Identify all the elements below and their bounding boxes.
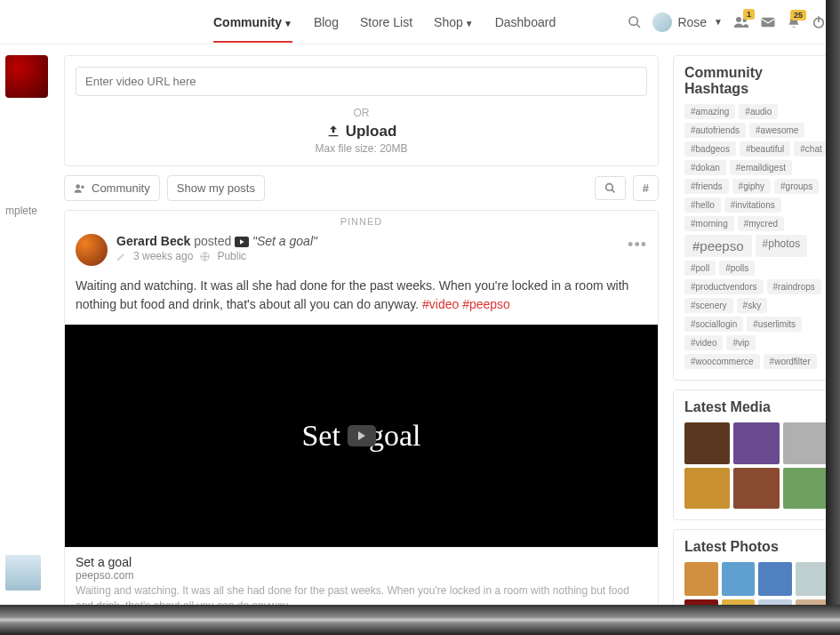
- hashtag-tag[interactable]: #wordfilter: [764, 354, 817, 369]
- media-thumb[interactable]: [684, 422, 730, 464]
- media-thumb[interactable]: [783, 422, 828, 464]
- hashtag-tag[interactable]: #emaildigest: [730, 160, 792, 175]
- photo-thumb[interactable]: [722, 562, 756, 596]
- hashtag-tag[interactable]: #autofriends: [684, 123, 746, 138]
- widget-title: Latest Photos: [674, 530, 839, 562]
- widget-title: Community Hashtags: [674, 56, 839, 104]
- hashtag-tag[interactable]: #raindrops: [767, 279, 821, 294]
- hashtag-tag[interactable]: #photos: [756, 235, 808, 257]
- mail-icon[interactable]: [760, 14, 776, 30]
- power-icon[interactable]: [812, 15, 826, 29]
- nav-label: Shop: [434, 15, 463, 29]
- hashtag-tag[interactable]: #woocommerce: [684, 354, 760, 369]
- media-thumb[interactable]: [783, 468, 828, 510]
- post-body: Waiting and watching. It was all she had…: [65, 273, 658, 321]
- post-menu-dots[interactable]: •••: [628, 236, 647, 254]
- svg-point-8: [81, 185, 84, 189]
- photo-thumb[interactable]: [758, 562, 792, 596]
- hashtag-tag[interactable]: #poll: [684, 261, 716, 276]
- friends-icon[interactable]: 1: [733, 14, 749, 30]
- hashtag-tag[interactable]: #chat: [794, 141, 828, 157]
- video-url-input[interactable]: [76, 67, 647, 96]
- hashtag-tag[interactable]: #audio: [739, 104, 778, 119]
- hashtag-tag[interactable]: #productvendors: [684, 279, 764, 294]
- left-photo-thumb[interactable]: [5, 555, 41, 591]
- hashtag-tag[interactable]: #morning: [684, 216, 734, 231]
- user-name: Rose: [677, 15, 707, 29]
- device-frame: [826, 0, 840, 635]
- filter-hashtag-button[interactable]: #: [633, 175, 659, 201]
- photo-thumb[interactable]: [796, 562, 829, 596]
- filter-search-button[interactable]: [595, 176, 626, 200]
- filter-row: Community Show my posts #: [64, 175, 659, 201]
- media-thumb[interactable]: [733, 422, 779, 464]
- hashtag-tag[interactable]: #invitations: [724, 197, 781, 213]
- media-thumb[interactable]: [684, 468, 730, 510]
- post-author-avatar[interactable]: [76, 234, 108, 266]
- left-sidebar: mplete: [0, 44, 53, 635]
- or-separator: OR: [76, 107, 647, 119]
- avatar: [652, 12, 672, 32]
- hashtag-tag[interactable]: #userlimits: [747, 317, 802, 332]
- post-privacy[interactable]: Public: [217, 250, 246, 262]
- post-meta: 3 weeks ago Public: [116, 250, 317, 262]
- right-sidebar: Community Hashtags #amazing#audio#autofr…: [669, 44, 840, 635]
- globe-icon: [200, 252, 210, 261]
- nav-shop[interactable]: Shop▼: [434, 3, 474, 42]
- post-video-title: "Set a goal": [252, 234, 317, 248]
- svg-line-10: [612, 189, 614, 192]
- hashtags-widget: Community Hashtags #amazing#audio#autofr…: [673, 55, 840, 381]
- search-icon: [604, 182, 616, 194]
- chevron-down-icon: ▼: [284, 19, 292, 28]
- nav-items: Community▼ Blog Store List Shop▼ Dashboa…: [213, 3, 617, 42]
- hashtag-tag[interactable]: #groups: [774, 179, 819, 194]
- nav-community[interactable]: Community▼: [213, 3, 292, 42]
- nav-label: Community: [213, 15, 282, 29]
- nav-store-list[interactable]: Store List: [360, 3, 412, 42]
- video-upload-card: OR Upload Max file size: 20MB: [64, 55, 659, 166]
- hashtag-tag[interactable]: #peepso: [684, 235, 752, 257]
- hashtag-tag[interactable]: #dokan: [684, 160, 726, 175]
- hashtag-tag[interactable]: #friends: [684, 179, 729, 194]
- photo-thumb[interactable]: [684, 562, 718, 596]
- hashtag-tag[interactable]: #sociallogin: [684, 317, 743, 332]
- hashtag-tag[interactable]: #video: [684, 335, 723, 350]
- hashtag-tag[interactable]: #sky: [737, 298, 768, 313]
- video-player[interactable]: Set a goal: [65, 325, 658, 547]
- post-author-name[interactable]: Gerard Beck: [116, 234, 190, 248]
- hashtag-tag[interactable]: #hello: [684, 197, 721, 213]
- hashtag-tag[interactable]: #mycred: [738, 216, 784, 231]
- nav-dashboard[interactable]: Dashboard: [495, 3, 556, 42]
- hashtag-tag[interactable]: #awesome: [749, 123, 804, 138]
- latest-media-widget: Latest Media: [673, 390, 840, 520]
- play-icon[interactable]: [348, 425, 376, 446]
- pinned-label: PINNED: [65, 211, 658, 227]
- user-menu[interactable]: Rose ▼: [652, 12, 723, 32]
- media-thumb[interactable]: [733, 468, 779, 510]
- post-verb: posted: [194, 234, 231, 248]
- hashtag-tag[interactable]: #vip: [726, 335, 755, 350]
- hashtag-tag[interactable]: #scenery: [684, 298, 733, 313]
- top-nav: Community▼ Blog Store List Shop▼ Dashboa…: [0, 0, 840, 44]
- preview-title[interactable]: Set a goal: [76, 555, 647, 569]
- upload-icon: [326, 125, 340, 139]
- left-partial-text: mplete: [5, 205, 48, 217]
- hashtag-tag[interactable]: #giphy: [732, 179, 771, 194]
- filter-community[interactable]: Community: [64, 175, 160, 201]
- svg-point-0: [629, 17, 637, 25]
- search-icon[interactable]: [628, 15, 642, 29]
- edit-icon[interactable]: [116, 252, 126, 261]
- post-hashtags[interactable]: #video #peepso: [422, 297, 510, 311]
- hashtag-tag[interactable]: #amazing: [684, 104, 735, 119]
- nav-blog[interactable]: Blog: [314, 3, 339, 42]
- hashtag-tag[interactable]: #polls: [719, 261, 755, 276]
- device-bottom: [0, 605, 840, 635]
- upload-button[interactable]: Upload: [76, 123, 647, 141]
- badge: 25: [790, 10, 806, 20]
- hashtag-tag[interactable]: #badgeos: [684, 141, 736, 157]
- hashtag-tag[interactable]: #beautiful: [740, 141, 790, 157]
- upload-label: Upload: [346, 123, 397, 141]
- filter-show-my-posts[interactable]: Show my posts: [167, 175, 265, 201]
- profile-thumb[interactable]: [5, 55, 48, 98]
- bell-icon[interactable]: 25: [787, 15, 801, 29]
